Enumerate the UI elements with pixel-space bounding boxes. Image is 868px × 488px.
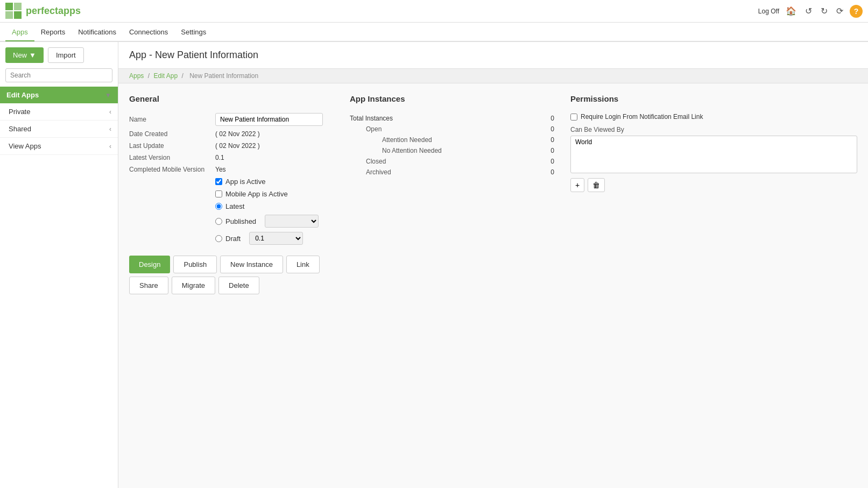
last-update-label: Last Update xyxy=(129,142,215,150)
sidebar-item-private[interactable]: Private ‹ xyxy=(0,103,118,121)
archived-label: Archived xyxy=(350,168,391,176)
can-be-viewed-label: Can Be Viewed By xyxy=(570,126,857,133)
breadcrumb-edit-app[interactable]: Edit App xyxy=(153,72,178,80)
published-radio[interactable] xyxy=(215,218,222,225)
require-login-label: Require Login From Notification Email Li… xyxy=(581,113,703,121)
sync-button[interactable]: ⟳ xyxy=(834,4,845,18)
breadcrumb-apps[interactable]: Apps xyxy=(129,72,144,80)
edit-apps-chevron: ▼ xyxy=(105,91,111,99)
logo-icon xyxy=(5,3,23,20)
total-value: 0 xyxy=(544,115,554,122)
date-created-value: ( 02 Nov 2022 ) xyxy=(215,130,260,138)
published-select[interactable] xyxy=(265,215,319,228)
attention-value: 0 xyxy=(544,136,554,144)
migrate-button[interactable]: Migrate xyxy=(172,277,215,294)
field-completed-mobile: Completed Mobile Version Yes xyxy=(129,166,334,173)
publish-button[interactable]: Publish xyxy=(173,256,217,273)
delete-button[interactable]: Delete xyxy=(218,277,259,294)
logoff-link[interactable]: Log Off xyxy=(758,8,779,15)
app-active-row: App is Active xyxy=(129,178,334,186)
mobile-active-checkbox[interactable] xyxy=(215,190,222,197)
latest-version-label: Latest Version xyxy=(129,154,215,161)
no-attention-value: 0 xyxy=(544,147,554,154)
nav-settings[interactable]: Settings xyxy=(174,24,213,40)
archived-value: 0 xyxy=(544,168,554,176)
link-button[interactable]: Link xyxy=(286,256,320,273)
view-apps-chevron: ‹ xyxy=(109,143,111,150)
permissions-title: Permissions xyxy=(570,94,857,105)
name-input[interactable] xyxy=(215,113,323,126)
svg-rect-1 xyxy=(14,3,22,10)
require-login-row: Require Login From Notification Email Li… xyxy=(570,113,857,121)
edit-apps-section[interactable]: Edit Apps ▼ xyxy=(0,87,118,103)
field-last-update: Last Update ( 02 Nov 2022 ) xyxy=(129,142,334,150)
permissions-section: Permissions Require Login From Notificat… xyxy=(570,94,857,294)
closed-value: 0 xyxy=(544,158,554,165)
action-buttons: Design Publish New Instance Link Share M… xyxy=(129,256,334,294)
completed-mobile-value: Yes xyxy=(215,166,226,173)
closed-row: Closed 0 xyxy=(350,156,554,167)
field-name: Name xyxy=(129,113,334,126)
open-label: Open xyxy=(350,125,382,133)
search-input[interactable] xyxy=(5,68,112,82)
page-header: App - New Patient Information xyxy=(118,42,868,69)
nav-reports[interactable]: Reports xyxy=(34,24,72,40)
general-title: General xyxy=(129,94,334,105)
nav-notifications[interactable]: Notifications xyxy=(72,24,123,40)
draft-select[interactable]: 0.1 xyxy=(249,232,303,245)
sidebar-item-view-apps[interactable]: View Apps ‹ xyxy=(0,138,118,155)
instances-section: App Instances Total Instances 0 Open 0 A… xyxy=(350,94,554,294)
shared-chevron: ‹ xyxy=(109,125,111,133)
completed-mobile-label: Completed Mobile Version xyxy=(129,166,215,173)
svg-rect-2 xyxy=(5,11,13,19)
draft-label: Draft xyxy=(225,235,241,243)
share-button[interactable]: Share xyxy=(129,277,168,294)
require-login-checkbox[interactable] xyxy=(570,114,577,121)
published-radio-row: Published xyxy=(129,215,334,228)
design-button[interactable]: Design xyxy=(129,256,170,273)
app-active-label: App is Active xyxy=(225,178,265,186)
attention-row: Attention Needed 0 xyxy=(350,135,554,145)
top-right-actions: Log Off 🏠 ↺ ↻ ⟳ ? xyxy=(758,4,863,18)
breadcrumb-current: New Patient Information xyxy=(189,72,258,80)
new-button[interactable]: New ▼ xyxy=(5,47,44,63)
main-nav: Apps Reports Notifications Connections S… xyxy=(0,23,868,42)
draft-radio[interactable] xyxy=(215,235,222,242)
new-instance-button[interactable]: New Instance xyxy=(220,256,283,273)
top-bar: perfectapps Log Off 🏠 ↺ ↻ ⟳ ? xyxy=(0,0,868,23)
latest-radio[interactable] xyxy=(215,203,222,210)
mobile-active-row: Mobile App is Active xyxy=(129,190,334,198)
private-chevron: ‹ xyxy=(109,108,111,116)
sidebar-actions: New ▼ Import xyxy=(0,42,118,68)
back-button[interactable]: ↺ xyxy=(803,4,814,18)
app-active-checkbox[interactable] xyxy=(215,178,222,185)
last-update-value: ( 02 Nov 2022 ) xyxy=(215,142,260,150)
main-content: App - New Patient Information Apps / Edi… xyxy=(118,42,868,488)
instances-title: App Instances xyxy=(350,94,554,105)
closed-label: Closed xyxy=(350,158,386,165)
page-title: App - New Patient Information xyxy=(129,49,857,61)
refresh-button[interactable]: ↻ xyxy=(818,4,830,18)
sidebar-item-shared[interactable]: Shared ‹ xyxy=(0,121,118,138)
layout: New ▼ Import Edit Apps ▼ Private ‹ Share… xyxy=(0,42,868,488)
nav-connections[interactable]: Connections xyxy=(123,24,174,40)
logo-area: perfectapps xyxy=(5,3,81,20)
help-button[interactable]: ? xyxy=(850,5,863,18)
attention-label: Attention Needed xyxy=(350,136,432,144)
svg-rect-0 xyxy=(5,3,13,10)
import-button[interactable]: Import xyxy=(48,47,84,63)
perm-actions: + 🗑 xyxy=(570,178,857,192)
can-be-viewed-textarea[interactable]: World xyxy=(570,136,857,173)
logo-text: perfectapps xyxy=(26,5,81,17)
total-label: Total Instances xyxy=(350,115,393,122)
delete-perm-button[interactable]: 🗑 xyxy=(588,178,605,192)
name-label: Name xyxy=(129,116,215,123)
home-button[interactable]: 🏠 xyxy=(784,4,799,18)
latest-label: Latest xyxy=(225,202,244,210)
total-row: Total Instances 0 xyxy=(350,113,554,124)
nav-apps[interactable]: Apps xyxy=(5,24,34,41)
open-row: Open 0 xyxy=(350,124,554,135)
svg-rect-3 xyxy=(14,11,22,19)
add-perm-button[interactable]: + xyxy=(570,178,584,192)
content-area: General Name Date Created ( 02 Nov 2022 … xyxy=(118,83,868,305)
